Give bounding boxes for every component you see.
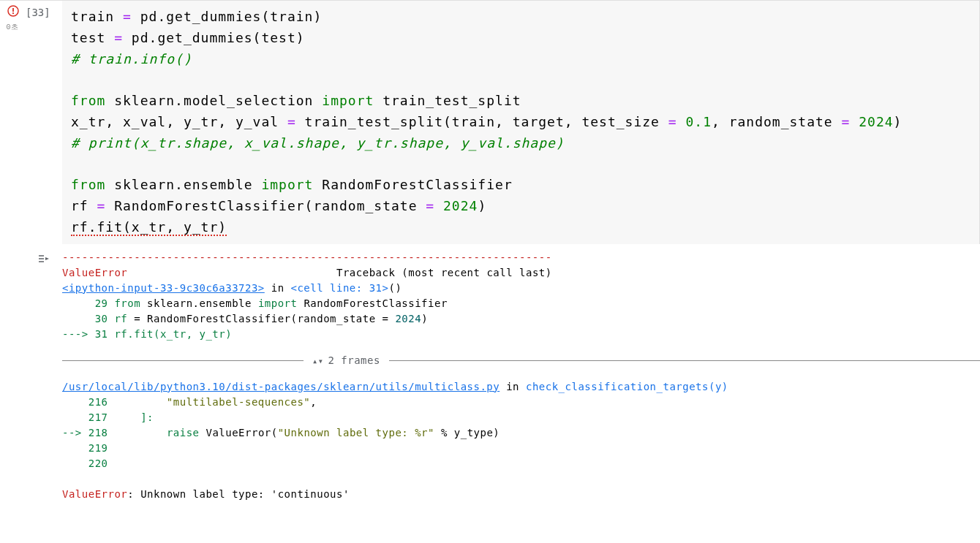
svg-point-2 bbox=[12, 12, 13, 14]
ipython-input-link[interactable]: <ipython-input-33-9c30c6a33723> bbox=[62, 282, 265, 294]
error-output[interactable]: ----------------------------------------… bbox=[62, 244, 980, 508]
traceback-separator: ----------------------------------------… bbox=[62, 251, 552, 263]
final-error-message: : Unknown label type: 'continuous' bbox=[127, 488, 350, 500]
code-cell: 0초 [33] train = pd.get_dummies(train)tes… bbox=[0, 0, 980, 244]
svg-rect-1 bbox=[12, 8, 14, 12]
output-gutter bbox=[0, 244, 62, 508]
cell-gutter: 0초 bbox=[0, 1, 26, 244]
frames-separator[interactable]: ▴▾2 frames bbox=[62, 353, 980, 368]
expand-icon: ▴▾ bbox=[312, 354, 323, 368]
output-area: ----------------------------------------… bbox=[0, 244, 980, 508]
execution-count: [33] bbox=[26, 1, 62, 244]
code-editor[interactable]: train = pd.get_dummies(train)test = pd.g… bbox=[62, 1, 980, 244]
final-error-name: ValueError bbox=[62, 488, 127, 500]
error-name: ValueError bbox=[62, 267, 127, 278]
file-link[interactable]: /usr/local/lib/python3.10/dist-packages/… bbox=[62, 381, 500, 392]
error-icon bbox=[0, 5, 26, 20]
output-toggle-icon[interactable] bbox=[37, 255, 51, 270]
execution-duration: 0초 bbox=[0, 22, 26, 32]
